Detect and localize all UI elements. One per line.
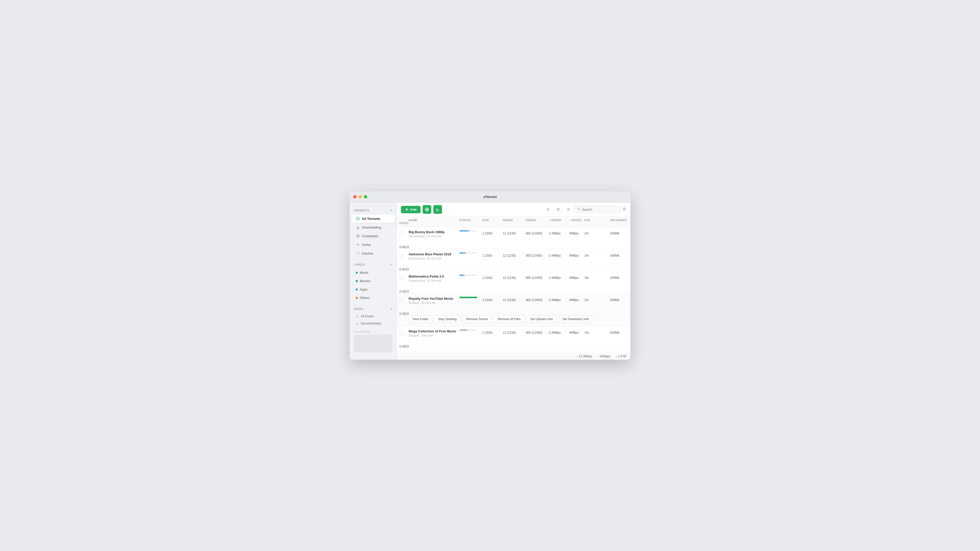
sidebar-item-others[interactable]: Others [352, 294, 395, 302]
add-feed-button[interactable]: + [390, 306, 393, 311]
th-eta: ETA [584, 219, 610, 222]
add-torrent-category-button[interactable]: + [390, 208, 393, 213]
down-arrow: ↓ [549, 219, 550, 222]
status-text-2: Downloading [409, 257, 425, 260]
row-5-check[interactable] [399, 326, 409, 335]
remove-all-files-button[interactable]: Remove All Files [494, 316, 524, 323]
progress-bar-5 [460, 329, 468, 331]
maximize-button[interactable] [364, 195, 367, 198]
up-speed-status: ↑ 42Mbps [597, 354, 611, 358]
ad-box [354, 335, 393, 353]
remove-torrent-button[interactable]: Remove Torrent [463, 316, 492, 323]
th-status: STATUS [460, 219, 482, 222]
row-5-uploaded: 240Mb [610, 326, 628, 334]
toolbar-actions [544, 206, 572, 213]
minimize-button[interactable] [359, 195, 362, 198]
sidebar-item-downloading[interactable]: Downloading [352, 223, 395, 231]
checkbox-2[interactable] [399, 254, 404, 258]
progress-bar-container-4 [460, 297, 477, 298]
row-4-ratio: 0.4023 [399, 307, 409, 316]
close-button[interactable] [353, 195, 356, 198]
time-left-4: 23 mins left [421, 301, 435, 304]
labels-section-header: LABELS + [350, 261, 396, 268]
row-1-check[interactable] [399, 227, 409, 236]
row-3-eta: 1hr [584, 272, 610, 279]
titlebar: uTorrent [350, 191, 630, 203]
time-left-2: 40 mins left [427, 257, 441, 260]
stop-button[interactable] [554, 206, 562, 213]
row-1-up-speed: 4MBps [569, 227, 584, 235]
row-3-up-speed: 4MBps [569, 272, 584, 279]
sidebar-item-apps[interactable]: Apps [352, 286, 395, 293]
add-button[interactable]: Add [401, 206, 421, 213]
checkbox-3[interactable] [399, 276, 404, 280]
inactive-label: Inactive [362, 251, 373, 256]
th-name: NAME [409, 219, 460, 222]
checkbox-5[interactable] [399, 331, 404, 335]
row-1-eta: 1hr [584, 227, 610, 235]
row-2-up-speed: 4MBps [569, 249, 584, 257]
search-container [574, 206, 620, 213]
movies-label: Movies [360, 279, 370, 283]
settings-button[interactable] [622, 207, 626, 212]
all-torrents-label: All Torrents [362, 217, 380, 221]
apps-label: Apps [360, 287, 368, 291]
add-label-button[interactable]: + [390, 262, 393, 267]
progress-bar-3 [460, 275, 465, 276]
sidebar-item-documentaries[interactable]: Documentaries [352, 320, 395, 327]
progress-bar-container-3 [460, 275, 477, 276]
sidebar-item-movies[interactable]: Movies [352, 277, 395, 285]
svg-rect-7 [557, 208, 559, 210]
feeds-label: FEEDS [354, 308, 363, 310]
checkbox-1[interactable] [399, 232, 404, 236]
progress-bar-container-2 [460, 252, 477, 254]
all-torrents-icon [356, 217, 360, 221]
row-4-uploaded: 240Mb [610, 294, 628, 302]
row-5-status [460, 326, 482, 334]
checkbox-4[interactable] [399, 298, 404, 302]
play-button[interactable] [544, 206, 552, 213]
set-download-limit-button[interactable]: Set Download Limit [558, 316, 593, 323]
sidebar-item-all-feeds[interactable]: All Feeds [352, 313, 395, 320]
music-dot [356, 272, 358, 274]
feed-doc-icon [356, 322, 359, 325]
sidebar-item-all-torrents[interactable]: All Torrents [352, 214, 395, 223]
progress-bar-container-1 [460, 230, 477, 232]
row-2-size: 1.23Gb [482, 249, 503, 257]
remove-button[interactable] [565, 206, 572, 213]
sidebar-item-completed[interactable]: Completed [352, 232, 395, 240]
status-text-3: Downloading [409, 279, 425, 282]
row-2-check[interactable] [399, 249, 409, 258]
row-2-status [460, 249, 482, 257]
table-row: Mathematica Pedia 2.0 Downloading 12 min… [397, 272, 630, 294]
row-3-name-cell: Mathematica Pedia 2.0 Downloading 12 min… [409, 272, 460, 285]
torrent-name-1: Big Bunny Buck 1080p [409, 230, 457, 234]
completed-icon [356, 234, 360, 238]
row-5-name-cell: Mega Collection of Free Music Stopped 2d… [409, 326, 460, 340]
active-icon [356, 243, 360, 247]
inactive-icon [356, 251, 360, 256]
app-window: uTorrent TORRENTS + All Torrents [350, 191, 630, 360]
view-folder-button[interactable]: View Folder [409, 316, 432, 323]
globe-button[interactable] [423, 205, 431, 214]
row-4-check[interactable] [399, 294, 409, 302]
row-3-status [460, 272, 482, 279]
svg-point-3 [356, 317, 357, 318]
row-4-peers: 900 (12400) [526, 294, 549, 302]
up-speed-value: ↑ 42Mbps [597, 354, 611, 358]
row-3-check[interactable] [399, 272, 409, 280]
search-input[interactable] [582, 208, 617, 211]
row-4-eta: 1hr [584, 294, 610, 302]
sidebar-item-music[interactable]: Music [352, 268, 395, 276]
set-upload-limit-button[interactable]: Set Upload Limit [527, 316, 557, 323]
table-row: Royalty Free YouTube Music Seeding 23 mi… [397, 294, 630, 316]
svg-point-2 [356, 252, 360, 255]
sidebar-item-inactive[interactable]: Inactive [352, 249, 395, 257]
sidebar-item-active[interactable]: Active [352, 241, 395, 249]
time-left-1: 18 mins left [427, 235, 441, 238]
row-2-eta: 1hr [584, 249, 610, 257]
torrent-name-3: Mathematica Pedia 2.0 [409, 275, 457, 278]
rss-button[interactable] [433, 205, 442, 214]
stop-seeding-button[interactable]: Stop Seeding [434, 316, 460, 323]
globe-icon [425, 207, 429, 211]
